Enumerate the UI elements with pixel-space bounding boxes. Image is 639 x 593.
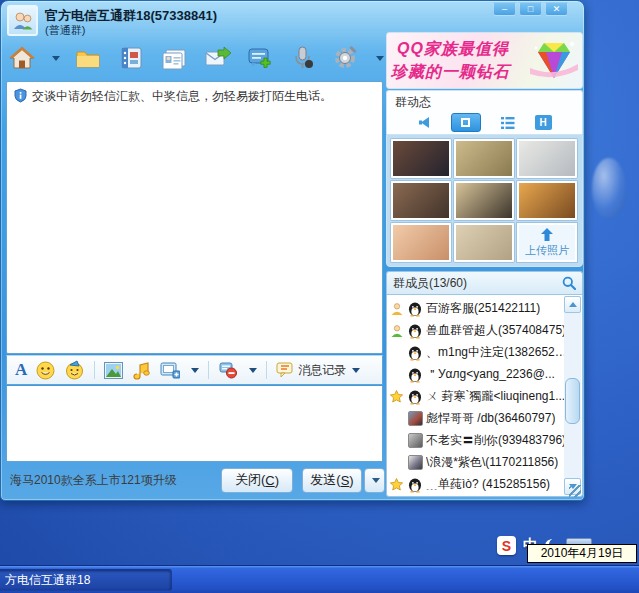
- group-activity-header: 群动态: [386, 90, 583, 111]
- taskbar-task-button[interactable]: 方电信互通群18: [0, 569, 172, 591]
- badge-spacer: [389, 367, 404, 382]
- group-photo-thumbnail[interactable]: [391, 181, 451, 220]
- screen-capture-button[interactable]: [160, 361, 180, 379]
- upload-photo-label: 上传照片: [525, 243, 569, 258]
- thumbnail-view-button-selected[interactable]: [451, 113, 481, 132]
- history-dropdown-caret: [352, 368, 360, 373]
- close-label: 关闭(: [235, 471, 265, 489]
- member-row[interactable]: 不老实〓削你(939483796): [389, 430, 567, 451]
- group-avatar[interactable]: [7, 5, 38, 36]
- scroll-up-button[interactable]: [564, 296, 581, 313]
- group-photo-thumbnail[interactable]: [517, 139, 577, 178]
- settings-dropdown-caret[interactable]: [376, 56, 384, 61]
- send-options-button[interactable]: [364, 468, 385, 493]
- member-name: 彪悍哥哥 /db(36460797): [426, 410, 555, 427]
- member-row[interactable]: 彪悍哥哥 /db(36460797): [389, 408, 567, 429]
- anti-fraud-notice: 交谈中请勿轻信汇款、中奖信息，勿轻易拨打陌生电话。: [32, 88, 332, 105]
- group-photo-thumbnail[interactable]: [391, 139, 451, 178]
- capture-dropdown-caret[interactable]: [191, 368, 199, 373]
- penguin-avatar-icon: [407, 345, 423, 361]
- create-session-button[interactable]: [245, 43, 275, 73]
- emoticon-button[interactable]: [36, 361, 55, 380]
- members-count-label: 群成员(13/60): [393, 275, 467, 292]
- group-photo-thumbnail[interactable]: [454, 223, 514, 262]
- member-info-button[interactable]: [159, 43, 189, 73]
- maximize-button[interactable]: □: [519, 2, 542, 16]
- member-avatar: [407, 345, 423, 361]
- member-name: 不老实〓削你(939483796): [426, 432, 566, 449]
- member-row[interactable]: 兽血群管超人(357408475): [389, 320, 567, 341]
- message-input-area[interactable]: [6, 386, 383, 462]
- two-people-icon: [11, 9, 35, 33]
- send-button[interactable]: 发送(S): [302, 468, 362, 493]
- date-tooltip: 2010年4月19日: [527, 544, 637, 563]
- message-history-button[interactable]: 消息记录: [276, 362, 360, 379]
- admin-yellow-badge-icon: [390, 302, 404, 316]
- font-button[interactable]: A: [15, 360, 27, 380]
- input-toolbar: A: [6, 355, 383, 385]
- toolbar-divider: [208, 361, 209, 379]
- group-photo-thumbnail[interactable]: [454, 139, 514, 178]
- member-name: \浪漫*紫色\(1170211856): [426, 454, 558, 471]
- window-resize-grip[interactable]: [569, 485, 581, 497]
- desktop: 官方电信互通群18(57338841) (普通群) – □ ✕: [0, 0, 639, 593]
- close-label-suffix: ): [275, 473, 279, 488]
- star-badge-icon: [390, 390, 403, 403]
- member-row[interactable]: ﹍单莼ìò? (415285156): [389, 474, 567, 495]
- minimize-button[interactable]: –: [493, 2, 516, 16]
- home-dropdown-caret[interactable]: [52, 56, 60, 61]
- send-label-suffix: ): [349, 473, 353, 488]
- member-list-scrollbar[interactable]: [564, 296, 581, 495]
- music-share-button[interactable]: [132, 361, 151, 380]
- member-row[interactable]: ㄨ 葑寒`獨躘<liuqineng1...: [389, 386, 567, 407]
- member-row[interactable]: ＂Уαлg<yang_2236@...: [389, 364, 567, 385]
- close-button[interactable]: ✕: [545, 2, 568, 16]
- send-label: 发送(: [310, 471, 340, 489]
- ad-banner[interactable]: QQ家族最值得 珍藏的一颗钻石: [386, 32, 583, 89]
- ad-banner-line2: 珍藏的一颗钻石: [391, 62, 510, 83]
- member-card-icon: [160, 44, 188, 72]
- penguin-avatar-icon: [407, 323, 423, 339]
- settings-button[interactable]: [331, 43, 361, 73]
- sound-toggle-icon[interactable]: [418, 116, 431, 129]
- list-view-button[interactable]: [501, 117, 515, 129]
- group-photo-thumbnail[interactable]: [517, 181, 577, 220]
- voice-tools-button[interactable]: [288, 43, 318, 73]
- group-photo-thumbnail[interactable]: [391, 223, 451, 262]
- group-share-folder-button[interactable]: [73, 43, 103, 73]
- upload-photo-button[interactable]: 上传照片: [517, 223, 577, 262]
- admin-green-badge: [389, 323, 404, 338]
- members-header: 群成员(13/60): [386, 271, 583, 294]
- send-image-button[interactable]: [104, 362, 123, 379]
- group-photo-thumbnail[interactable]: [454, 181, 514, 220]
- star-badge-icon: [390, 478, 403, 491]
- diamond-graphic: [528, 38, 580, 84]
- member-row[interactable]: 百游客服(251422111): [389, 298, 567, 319]
- admin-yellow-badge: [389, 301, 404, 316]
- member-row[interactable]: 、m1ng中注定(138265247): [389, 342, 567, 363]
- home-button[interactable]: [7, 43, 37, 73]
- send-email-button[interactable]: [202, 43, 232, 73]
- h-view-button[interactable]: H: [535, 115, 552, 130]
- search-members-icon[interactable]: [562, 276, 576, 290]
- group-album-button[interactable]: [116, 43, 146, 73]
- magic-emoticon-button[interactable]: [64, 360, 85, 380]
- wallpaper-droplet-graphic: [592, 158, 626, 218]
- group-photo-grid: 上传照片: [386, 134, 583, 267]
- star-badge: [389, 389, 404, 404]
- member-list-panel: 百游客服(251422111)兽血群管超人(357408475)、m1ng中注定…: [386, 294, 583, 497]
- footer-ad-link[interactable]: 海马2010款全系上市121项升级: [10, 472, 177, 489]
- message-settings-button[interactable]: [218, 361, 238, 379]
- main-toolbar: »: [7, 41, 404, 75]
- close-chat-button[interactable]: 关闭(C): [221, 468, 293, 493]
- badge-spacer: [389, 411, 404, 426]
- shared-folder-icon: [74, 44, 102, 72]
- message-settings-caret[interactable]: [249, 368, 257, 373]
- toolbar-divider: [94, 361, 95, 379]
- sogou-input-icon[interactable]: S: [497, 536, 516, 555]
- footer-bar: 海马2010款全系上市121项升级 关闭(C) 发送(S): [6, 464, 385, 496]
- chat-history-area[interactable]: 交谈中请勿轻信汇款、中奖信息，勿轻易拨打陌生电话。: [6, 81, 383, 354]
- member-row[interactable]: \浪漫*紫色\(1170211856): [389, 452, 567, 473]
- activity-view-toggles: H: [386, 111, 583, 134]
- scrollbar-thumb[interactable]: [565, 378, 580, 424]
